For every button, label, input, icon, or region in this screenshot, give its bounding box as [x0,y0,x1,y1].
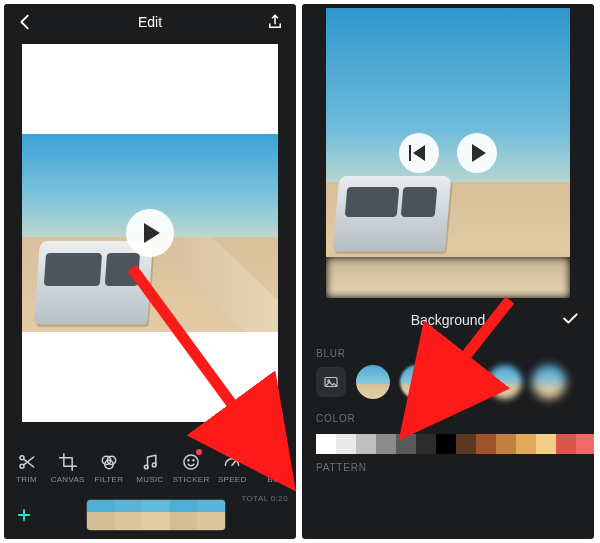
tool-trim[interactable]: TRIM [6,451,47,484]
blur-option-2[interactable] [400,365,434,399]
section-label-color: COLOR [302,407,594,430]
playback-controls [399,133,497,173]
letterbox-top [22,44,278,134]
share-icon [266,13,284,31]
panel-header: Background [302,298,594,342]
svg-point-8 [188,459,189,460]
tool-speed[interactable]: SPEED [212,451,253,484]
top-bar: Edit [4,4,296,40]
tool-label: FILTER [94,475,123,484]
timeline [4,491,296,539]
color-swatch[interactable] [476,434,496,454]
confirm-button[interactable] [560,309,580,332]
tool-label: CANVAS [51,475,85,484]
previous-button[interactable] [399,133,439,173]
gauge-icon [222,452,242,472]
tool-label: MUSIC [136,475,163,484]
blur-gallery-button[interactable] [316,367,346,397]
tool-label: BG [267,475,279,484]
svg-point-7 [184,454,198,468]
blur-option-4[interactable] [488,365,522,399]
background-icon [263,452,283,472]
panel-title: Background [411,312,486,328]
scissors-icon [17,452,37,472]
tool-filter[interactable]: FILTER [88,451,129,484]
timeline-clip[interactable] [86,499,226,531]
emoji-icon [181,452,201,472]
color-swatch[interactable] [496,434,516,454]
color-swatch[interactable] [556,434,576,454]
image-icon [322,373,340,391]
plus-icon [14,505,34,525]
svg-point-9 [193,459,194,460]
color-swatch[interactable] [536,434,556,454]
back-button[interactable] [14,11,36,33]
tool-label: TRIM [16,475,37,484]
check-icon [560,309,580,329]
blur-option-1[interactable] [356,365,390,399]
color-swatch[interactable] [356,434,376,454]
editor-screen: Edit TRIM CANVAS FILTER MUS [4,4,296,539]
color-swatch[interactable] [576,434,594,454]
letterbox-bottom [22,332,278,422]
video-preview[interactable] [326,8,570,298]
background-screen: Background BLUR COLOR PATTERN [302,4,594,539]
color-swatch[interactable] [396,434,416,454]
color-swatch[interactable] [376,434,396,454]
tool-sticker[interactable]: STICKER [171,451,212,484]
filter-icon [99,452,119,472]
crop-icon [58,452,78,472]
blur-option-3[interactable] [444,365,478,399]
tool-canvas[interactable]: CANVAS [47,451,88,484]
play-button[interactable] [126,209,174,257]
tool-bg[interactable]: BG [253,451,294,484]
tool-music[interactable]: MUSIC [129,451,170,484]
section-label-pattern: PATTERN [302,456,594,472]
export-button[interactable] [264,11,286,33]
svg-point-6 [152,463,156,467]
tool-label: SPEED [218,475,247,484]
play-button[interactable] [457,133,497,173]
chevron-left-icon [14,11,36,33]
add-clip-button[interactable] [10,501,38,529]
color-swatch[interactable] [456,434,476,454]
color-swatches [302,430,594,456]
video-canvas[interactable] [22,44,278,422]
blur-option-5[interactable] [532,365,566,399]
section-label-blur: BLUR [302,342,594,365]
color-swatch[interactable] [336,434,356,454]
blur-options [302,365,594,407]
screen-title: Edit [138,14,162,30]
tool-label: STICKER [173,475,210,484]
notification-dot-icon [196,449,202,455]
tool-bar: TRIM CANVAS FILTER MUSIC STICKER SPEED B… [4,443,296,491]
color-swatch[interactable] [436,434,456,454]
video-frame [22,134,278,332]
music-note-icon [140,452,160,472]
color-swatch[interactable] [316,434,336,454]
svg-point-5 [144,465,148,469]
color-swatch[interactable] [516,434,536,454]
color-swatch[interactable] [416,434,436,454]
